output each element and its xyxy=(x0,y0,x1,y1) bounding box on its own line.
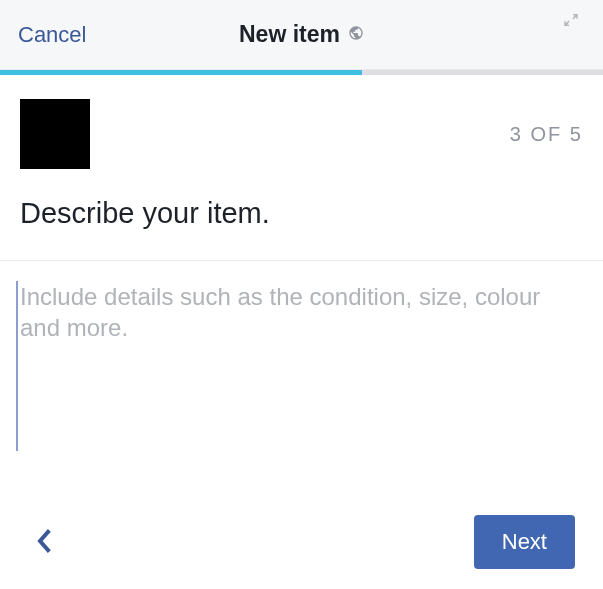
header-title-wrap: New item xyxy=(239,21,364,48)
page-title: New item xyxy=(239,21,340,48)
globe-icon xyxy=(348,25,364,45)
back-button[interactable] xyxy=(28,519,60,566)
description-wrap xyxy=(0,261,603,455)
chevron-left-icon xyxy=(36,543,52,558)
footer-bar: Next xyxy=(0,515,603,569)
top-row: 3 OF 5 xyxy=(20,99,583,169)
item-thumbnail[interactable] xyxy=(20,99,90,169)
content-area: 3 OF 5 Describe your item. xyxy=(0,75,603,242)
cancel-button[interactable]: Cancel xyxy=(18,22,86,48)
expand-icon[interactable] xyxy=(563,12,579,28)
step-counter: 3 OF 5 xyxy=(510,123,583,146)
header-bar: Cancel New item xyxy=(0,0,603,70)
description-input[interactable] xyxy=(16,281,579,451)
section-heading: Describe your item. xyxy=(20,197,583,230)
next-button[interactable]: Next xyxy=(474,515,575,569)
